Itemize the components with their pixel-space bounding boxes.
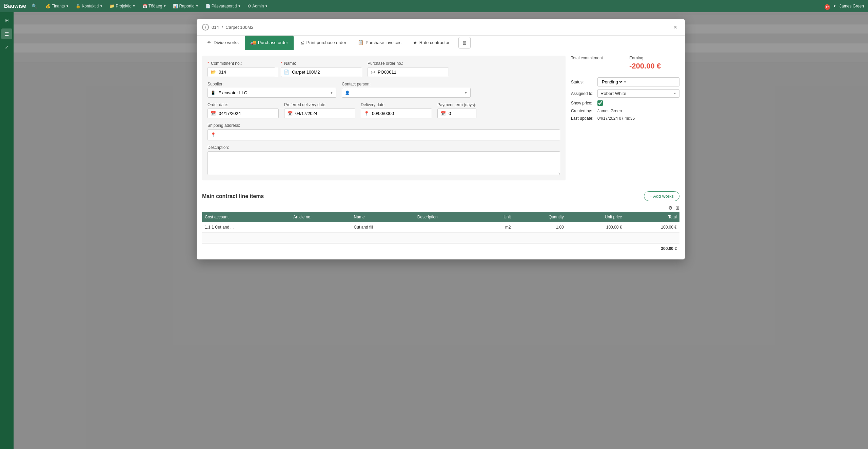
calendar-icon: 📅 xyxy=(284,111,295,116)
preferred-delivery-label: Preferred delivery date: xyxy=(284,102,355,107)
shipping-address-input[interactable] xyxy=(219,130,560,140)
purchase-order-no-input[interactable] xyxy=(378,67,449,77)
contact-person-select[interactable] xyxy=(353,88,461,97)
preferred-delivery-input-wrap: 📅 xyxy=(284,109,355,118)
form-row-2: Supplier: 📱 Excavator LLC ▼ xyxy=(208,82,560,98)
delete-button[interactable]: 🗑 xyxy=(458,37,471,48)
nav-item-kontaktid[interactable]: 🔒 Kontaktid ▼ xyxy=(73,2,105,10)
pin-icon: 📍 xyxy=(208,132,219,137)
breadcrumb-separator: / xyxy=(222,25,223,30)
commitment-no-input-wrap: 📂 xyxy=(208,67,275,77)
sidebar-grid-icon[interactable]: ⊞ xyxy=(1,15,12,26)
settings-icon[interactable]: ⚙ xyxy=(668,205,673,211)
description-input[interactable] xyxy=(208,151,560,175)
status-select[interactable]: Pending Active Closed xyxy=(600,79,624,85)
supplier-group: Supplier: 📱 Excavator LLC ▼ xyxy=(208,82,336,98)
phone-icon: 📱 xyxy=(208,91,218,95)
tag-icon: 🏷 xyxy=(368,70,378,75)
close-button[interactable]: × xyxy=(671,23,679,31)
nav-item-finants[interactable]: 💰 Finants ▼ xyxy=(43,2,72,10)
commitment-no-input[interactable] xyxy=(219,67,278,77)
form-row-1: * Commitment no.: 📂 * xyxy=(208,61,560,77)
sidebar-check-icon[interactable]: ✓ xyxy=(1,42,12,53)
topbar: Bauwise 🔍 💰 Finants ▼ 🔒 Kontaktid ▼ 📁 Pr… xyxy=(0,0,868,12)
nav-item-paevaraportid[interactable]: 📄 Päevaraportid ▼ xyxy=(203,2,244,10)
order-date-label: Order date: xyxy=(208,102,279,107)
commitment-no-group: * Commitment no.: 📂 xyxy=(208,61,275,77)
finants-icon: 💰 xyxy=(45,4,51,8)
total-row: 300.00 € xyxy=(202,243,679,254)
right-panel: Total commitment Earning -200.00 € Statu… xyxy=(571,56,679,180)
payment-term-input-wrap: 📅 xyxy=(437,109,476,118)
section-header: Main contract line items + Add works xyxy=(202,191,679,201)
chevron-icon: ▼ xyxy=(461,91,470,95)
show-price-checkbox-row xyxy=(597,100,679,106)
contact-person-group: Contact person: 👤 ▼ xyxy=(342,82,471,98)
delivery-date-label: Delivery date: xyxy=(361,102,432,107)
section-title: Main contract line items xyxy=(202,193,264,199)
nav-item-tooaeg[interactable]: 📅 Tööaeg ▼ xyxy=(140,2,169,10)
assigned-to-value: Robert White xyxy=(600,91,673,96)
cell-article-no xyxy=(291,222,351,233)
cell-unit: m2 xyxy=(481,222,513,233)
table-body: 1.1.1 Cut and ... Cut and fill m2 1.00 1… xyxy=(202,222,679,254)
pencil-icon: ✏ xyxy=(208,40,212,45)
cell-name: Cut and fill xyxy=(351,222,415,233)
order-date-input-wrap: 📅 xyxy=(208,109,279,118)
paevaraportid-icon: 📄 xyxy=(205,4,211,8)
add-works-button[interactable]: + Add works xyxy=(644,191,679,201)
earning-stat: Earning -200.00 € xyxy=(629,56,679,71)
chevron-down-icon: ▼ xyxy=(673,92,676,95)
earning-label: Earning xyxy=(629,56,679,60)
nav-item-admin[interactable]: ⚙ Admin ▼ xyxy=(245,2,271,10)
supplier-label: Supplier: xyxy=(208,82,336,86)
preferred-delivery-input[interactable] xyxy=(295,109,355,118)
status-select-wrap: Pending Active Closed ▼ xyxy=(597,77,679,86)
last-update-value: 04/17/2024 07:48:36 xyxy=(597,116,679,121)
modal-tabs: ✏ Divide works 🚚 Purchase order 🖨 Print … xyxy=(197,36,685,50)
tab-purchase-invoices[interactable]: 📋 Purchase invoices xyxy=(352,36,407,50)
nav-item-raportid[interactable]: 📊 Raportid ▼ xyxy=(170,2,201,10)
notification-area[interactable]: 🔔 12 xyxy=(825,4,830,8)
line-items-table: Cost account Article no. Name Descriptio… xyxy=(202,212,679,254)
tab-rate-contractor[interactable]: ★ Rate contractor xyxy=(408,36,455,50)
kontaktid-icon: 🔒 xyxy=(76,4,81,8)
sidebar-list-icon[interactable]: ☰ xyxy=(1,28,12,39)
payment-term-input[interactable] xyxy=(449,109,469,118)
col-cost-account: Cost account xyxy=(202,212,291,222)
cell-description xyxy=(415,222,481,233)
name-input[interactable] xyxy=(292,67,362,77)
tab-purchase-order[interactable]: 🚚 Purchase order xyxy=(245,36,294,50)
stats-row: Total commitment Earning -200.00 € xyxy=(571,56,679,71)
shipping-address-label: Shipping address: xyxy=(208,123,560,128)
shipping-address-input-wrap: 📍 xyxy=(208,129,560,140)
show-price-checkbox[interactable] xyxy=(597,100,603,106)
trash-icon: 🗑 xyxy=(462,40,467,45)
delivery-date-input[interactable] xyxy=(372,109,432,118)
last-update-label: Last update: xyxy=(571,116,593,121)
preferred-delivery-group: Preferred delivery date: 📅 xyxy=(284,102,355,118)
user-name[interactable]: James Green xyxy=(840,4,864,8)
breadcrumb-id: 014 xyxy=(212,25,219,30)
total-commitment-stat: Total commitment xyxy=(571,56,621,71)
tab-divide-works[interactable]: ✏ Divide works xyxy=(202,36,244,50)
columns-icon[interactable]: ⊞ xyxy=(675,205,679,211)
tab-print-purchase-order[interactable]: 🖨 Print purchase order xyxy=(294,36,352,50)
search-icon[interactable]: 🔍 xyxy=(32,3,37,9)
purchase-order-no-group: Purchase order no.: 🏷 xyxy=(368,61,449,77)
order-date-input[interactable] xyxy=(219,109,278,118)
supplier-select[interactable]: Excavator LLC xyxy=(218,88,327,97)
brand-logo[interactable]: Bauwise xyxy=(4,3,26,9)
projektid-icon: 📁 xyxy=(110,4,115,8)
payment-term-label: Payment term (days): xyxy=(437,102,476,107)
modal-dialog: i 014 / Carpet 100M2 × ✏ Divide works 🚚 xyxy=(197,19,685,259)
chevron-down-icon: ▼ xyxy=(833,4,836,8)
info-icon[interactable]: i xyxy=(202,24,209,31)
table-toolbar: ⚙ ⊞ xyxy=(202,205,679,211)
order-date-group: Order date: 📅 xyxy=(208,102,279,118)
purchase-order-no-label: Purchase order no.: xyxy=(368,61,449,66)
topbar-right: 🔔 12 ▼ James Green xyxy=(825,4,864,8)
supplier-select-wrap: 📱 Excavator LLC ▼ xyxy=(208,88,336,98)
col-quantity: Quantity xyxy=(514,212,567,222)
nav-item-projektid[interactable]: 📁 Projektid ▼ xyxy=(107,2,138,10)
